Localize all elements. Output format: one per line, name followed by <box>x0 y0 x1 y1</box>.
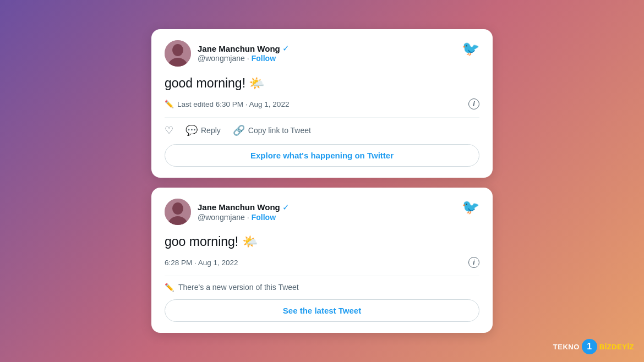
tweet-header-2: Jane Manchun Wong ✓ @wongmjane · Follow … <box>165 199 479 225</box>
tweet-card-2: Jane Manchun Wong ✓ @wongmjane · Follow … <box>151 188 493 333</box>
verified-icon-1: ✓ <box>282 43 290 53</box>
info-icon-2[interactable]: i <box>468 257 479 268</box>
reply-icon-1: 💬 <box>185 124 198 136</box>
tweet-header-1: Jane Manchun Wong ✓ @wongmjane · Follow … <box>165 40 479 67</box>
tweet-body-1: good morning! 🌤️ <box>165 74 479 92</box>
time-label-2: 6:28 PM · Aug 1, 2022 <box>165 259 238 267</box>
watermark-tekno: TEKNO <box>553 343 580 351</box>
user-handle-2: @wongmjane <box>198 213 245 222</box>
tweet-meta-2: 6:28 PM · Aug 1, 2022 i <box>165 257 479 268</box>
heart-icon-1: ♡ <box>165 124 173 136</box>
tweet-meta-left-1: ✏️ Last edited 6:30 PM · Aug 1, 2022 <box>165 100 289 108</box>
tweet-meta-left-2: 6:28 PM · Aug 1, 2022 <box>165 259 238 267</box>
follow-link-1[interactable]: Follow <box>252 54 276 63</box>
tweet-header-left-1: Jane Manchun Wong ✓ @wongmjane · Follow <box>165 40 290 67</box>
edited-label-1: Last edited 6:30 PM · Aug 1, 2022 <box>177 100 289 108</box>
tweet-header-left-2: Jane Manchun Wong ✓ @wongmjane · Follow <box>165 199 290 225</box>
new-version-row: ✏️ There's a new version of this Tweet <box>165 276 479 292</box>
user-handle-row-1: @wongmjane · Follow <box>198 54 290 63</box>
info-icon-1[interactable]: i <box>468 98 479 109</box>
svg-point-1 <box>172 44 183 56</box>
user-handle-row-2: @wongmjane · Follow <box>198 213 290 222</box>
reply-button-1[interactable]: 💬 Reply <box>185 124 221 136</box>
dot-separator-2: · <box>247 213 249 222</box>
user-name-row-2: Jane Manchun Wong ✓ <box>198 202 290 212</box>
follow-link-2[interactable]: Follow <box>252 213 276 222</box>
dot-separator-1: · <box>247 54 249 63</box>
tweet-body-2: goo morning! 🌤️ <box>165 233 479 250</box>
copy-link-button-1[interactable]: 🔗 Copy link to Tweet <box>233 124 311 136</box>
user-handle-1: @wongmjane <box>198 54 245 63</box>
like-button-1[interactable]: ♡ <box>165 124 173 136</box>
user-name-row-1: Jane Manchun Wong ✓ <box>198 43 290 53</box>
watermark: TEKNO 1 BİZDEYİZ <box>553 339 634 354</box>
new-version-label: There's a new version of this Tweet <box>178 283 299 292</box>
link-icon-1: 🔗 <box>233 124 245 136</box>
see-latest-button[interactable]: See the latest Tweet <box>165 299 479 322</box>
explore-button-1[interactable]: Explore what's happening on Twitter <box>165 144 479 167</box>
twitter-logo-2: 🐦 <box>462 199 479 216</box>
tweet-actions-1: ♡ 💬 Reply 🔗 Copy link to Tweet <box>165 124 479 136</box>
reply-label-1: Reply <box>201 126 221 135</box>
tweet-card-1: Jane Manchun Wong ✓ @wongmjane · Follow … <box>151 29 493 178</box>
tweet-meta-1: ✏️ Last edited 6:30 PM · Aug 1, 2022 i <box>165 98 479 109</box>
user-name-1: Jane Manchun Wong <box>198 44 280 53</box>
svg-point-4 <box>172 202 183 215</box>
new-version-icon: ✏️ <box>165 283 174 292</box>
pencil-icon-1: ✏️ <box>165 100 174 108</box>
copy-link-label-1: Copy link to Tweet <box>248 126 311 135</box>
divider-1 <box>165 117 479 118</box>
watermark-circle: 1 <box>582 339 597 354</box>
user-info-1: Jane Manchun Wong ✓ @wongmjane · Follow <box>198 43 290 63</box>
user-name-2: Jane Manchun Wong <box>198 202 280 212</box>
verified-icon-2: ✓ <box>282 202 290 212</box>
avatar-2 <box>165 199 191 225</box>
avatar-1 <box>165 40 191 67</box>
twitter-logo-1: 🐦 <box>462 40 479 57</box>
user-info-2: Jane Manchun Wong ✓ @wongmjane · Follow <box>198 202 290 222</box>
watermark-bizdeyiz: BİZDEYİZ <box>599 343 634 351</box>
